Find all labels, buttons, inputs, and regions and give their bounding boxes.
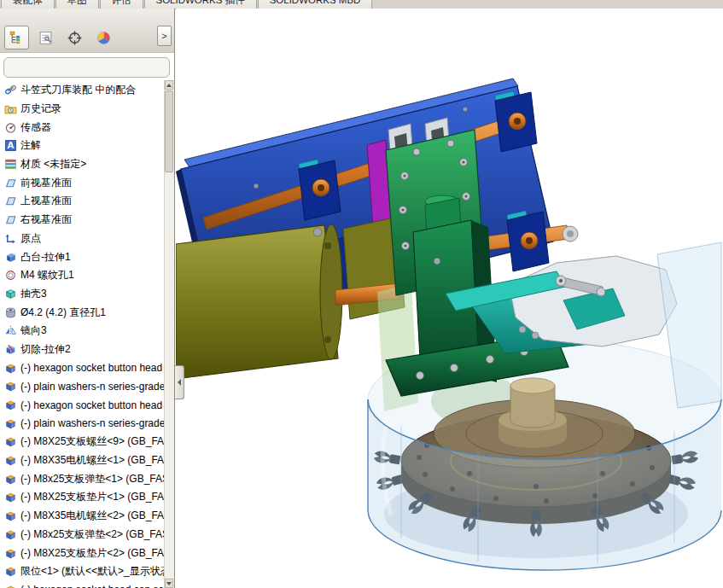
tree-item[interactable]: 右视基准面	[0, 211, 165, 230]
tree-item[interactable]: 切除-拉伸2	[0, 341, 165, 359]
thread-icon	[4, 269, 17, 282]
tree-item[interactable]: (-) hexagon socket button head	[0, 358, 165, 377]
panel-tab-propertymanager[interactable]	[33, 26, 58, 49]
tree-item-label: Ø4.2 (4.2) 直径孔1	[20, 306, 106, 320]
tree-item-label: (-) M8X35电机螺丝<1> (GB_FAS	[20, 453, 165, 468]
tree-item[interactable]: (-) M8X35电机螺丝<2> (GB_FAS	[0, 507, 165, 526]
tree-item-label: 前视基准面	[20, 176, 72, 190]
tree-item[interactable]: Ø4.2 (4.2) 直径孔1	[0, 303, 165, 322]
part-icon	[4, 399, 17, 411]
tree-item-label: 原点	[20, 231, 41, 246]
history-icon	[4, 102, 17, 115]
tree-item[interactable]: (-) M8X25支板垫片<2> (GB_FAS	[0, 544, 165, 562]
property-icon	[38, 30, 54, 46]
feature-tree: 斗笠式刀库装配 中的配合历史记录传感器A注解材质 <未指定>前视基准面上视基准面…	[0, 81, 165, 588]
plane-icon	[4, 177, 17, 189]
boss-icon	[4, 251, 17, 264]
tree-item-label: (-) M8X35电机螺丝<2> (GB_FAS	[20, 509, 165, 523]
part-icon	[4, 473, 17, 486]
tree-item[interactable]: (-) plain washers-n series-grade	[0, 377, 165, 396]
tree-item[interactable]: 前视基准面	[0, 173, 165, 192]
tree-item[interactable]: 限位<1> (默认<<默认>_显示状态	[0, 562, 165, 581]
tree-item-label: (-) M8x25支板弹垫<1> (GB_FAST	[20, 472, 165, 486]
material-icon	[4, 158, 17, 171]
tree-item[interactable]: A注解	[0, 137, 165, 155]
tree-item-label: 抽壳3	[20, 287, 47, 301]
tree-area: 斗笠式刀库装配 中的配合历史记录传感器A注解材质 <未指定>前视基准面上视基准面…	[0, 80, 174, 588]
annotations-icon: A	[4, 139, 17, 152]
panel-expand-button[interactable]: >	[157, 26, 172, 46]
panel-tab-displaymanager[interactable]	[91, 26, 116, 49]
origin-icon	[4, 232, 17, 245]
triangle-up-icon	[166, 84, 172, 87]
tree-item[interactable]: (-) hexagon socket head cap scr	[0, 581, 165, 588]
tree-item-label: (-) hexagon socket button head	[20, 362, 162, 374]
tree-item[interactable]: (-) M8x25支板弹垫<2> (GB_FAST	[0, 526, 165, 544]
tree-item[interactable]: (-) M8x25支板弹垫<1> (GB_FAST	[0, 469, 165, 488]
tree-item-label: 限位<1> (默认<<默认>_显示状态	[20, 564, 165, 579]
tree-item[interactable]: (-) M8X25支板螺丝<9> (GB_FAS	[0, 433, 165, 451]
plane-icon	[4, 195, 17, 207]
panel-collapse-handle[interactable]	[175, 365, 184, 399]
mirror-icon	[4, 324, 17, 337]
tree-item-label: 注解	[20, 138, 41, 153]
scroll-down-button[interactable]	[165, 579, 173, 588]
svg-text:A: A	[8, 142, 15, 151]
part-icon	[4, 565, 17, 578]
tree-scrollbar[interactable]	[164, 80, 174, 588]
part-icon	[4, 362, 17, 375]
tree-item[interactable]: (-) M8X35电机螺丝<1> (GB_FAS	[0, 451, 165, 470]
tree-item[interactable]: 斗笠式刀库装配 中的配合	[0, 81, 165, 100]
part-icon	[4, 509, 17, 522]
tree-item[interactable]: 传感器	[0, 118, 165, 137]
tree-item-label: 切除-拉伸2	[20, 342, 71, 357]
panel-tab-configurationmanager[interactable]	[62, 26, 87, 49]
tree-item[interactable]: (-) plain washers-n series-grade	[0, 414, 165, 433]
shell-icon	[4, 288, 17, 300]
tree-item-label: (-) plain washers-n series-grade	[20, 417, 165, 429]
tree-item[interactable]: 抽壳3	[0, 285, 165, 304]
scroll-up-button[interactable]	[165, 80, 173, 90]
tree-item[interactable]: (-) hexagon socket button head	[0, 396, 165, 415]
triangle-down-icon	[166, 582, 172, 585]
part-icon	[4, 380, 17, 393]
configuration-icon	[67, 30, 83, 46]
tree-item[interactable]: 历史记录	[0, 100, 165, 119]
tree-item[interactable]: (-) M8X25支板垫片<1> (GB_FAS	[0, 488, 165, 507]
tree-item-label: (-) hexagon socket button head	[20, 399, 162, 411]
tree-item-label: 凸台-拉伸1	[20, 250, 71, 265]
tree-item-label: 右视基准面	[20, 212, 72, 227]
tree-item[interactable]: 镜向3	[0, 322, 165, 341]
feature-manager-panel: > 斗笠式刀库装配 中的配合历史记录传感器A注解材质 <未指定>前视基准面上视基…	[0, 9, 175, 588]
tree-item-label: 历史记录	[20, 102, 61, 116]
tree-item-label: 镜向3	[20, 323, 47, 338]
part-icon	[4, 547, 17, 560]
tree-item[interactable]: 原点	[0, 230, 165, 248]
tree-item-label: 上视基准面	[20, 194, 72, 208]
tree-item-label: (-) plain washers-n series-grade	[20, 381, 165, 393]
tree-item-label: (-) M8X25支板垫片<2> (GB_FAS	[20, 546, 165, 561]
tree-item-label: (-) M8x25支板弹垫<2> (GB_FAST	[20, 527, 165, 542]
tree-item[interactable]: 材质 <未指定>	[0, 155, 165, 174]
part-icon	[4, 417, 17, 430]
tree-item[interactable]: M4 螺纹孔1	[0, 266, 165, 285]
model-canvas[interactable]	[176, 9, 723, 588]
solidworks-window: 装配体草图评估SOLIDWORKS 插件SOLIDWORKS MBD > 斗笠式…	[0, 0, 723, 588]
mates-icon	[4, 84, 17, 96]
plane-icon	[4, 213, 17, 226]
panel-filter-box[interactable]	[3, 57, 170, 78]
part-icon	[4, 454, 17, 467]
part-icon	[4, 528, 17, 541]
tree-item[interactable]: 上视基准面	[0, 192, 165, 211]
feature-tree-icon	[9, 30, 25, 46]
part-icon	[4, 491, 17, 504]
tree-item-label: M4 螺纹孔1	[20, 268, 74, 282]
graphics-viewport[interactable]	[176, 9, 723, 588]
tree-item-label: 材质 <未指定>	[20, 157, 86, 172]
panel-tab-featuremanager[interactable]	[4, 26, 29, 49]
tree-item[interactable]: 凸台-拉伸1	[0, 247, 165, 266]
tree-item-label: (-) M8X25支板垫片<1> (GB_FAS	[20, 490, 165, 504]
part-icon	[4, 584, 17, 588]
tree-item-label: 传感器	[20, 120, 51, 135]
scroll-thumb[interactable]	[165, 90, 173, 172]
